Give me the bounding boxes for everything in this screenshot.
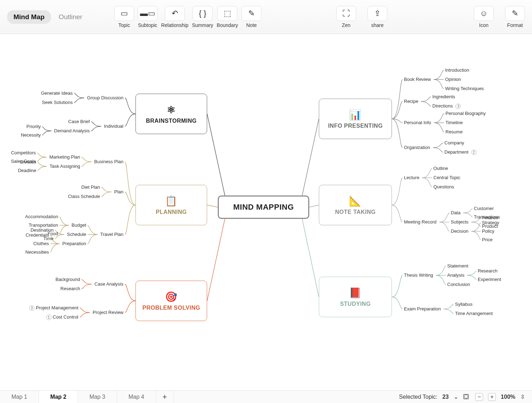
leaf-node[interactable]: Customer [474, 206, 494, 211]
node-brainstorming[interactable]: ⚛BRAINSTORMING [135, 94, 207, 134]
leaf-node[interactable]: Conclusion [447, 282, 470, 287]
sub-node[interactable]: Plan [114, 189, 123, 194]
sub-node[interactable]: Travel Plan [100, 232, 123, 237]
leaf-node[interactable]: Generate Ideas [41, 90, 73, 96]
sub-node[interactable]: Exam Preparation [404, 306, 441, 311]
zoom-level[interactable]: 100% [501, 394, 515, 400]
sub-node[interactable]: Book Review [404, 77, 431, 82]
leaf-node[interactable]: Competitors [11, 150, 36, 155]
zoom-out-button[interactable]: − [475, 393, 483, 401]
leaf-node[interactable]: Preparation [62, 241, 86, 246]
zoom-in-button[interactable]: + [488, 393, 496, 401]
leaf-node[interactable]: Case Brief [68, 119, 90, 124]
leaf-node[interactable]: Opinion [445, 77, 461, 82]
sub-node[interactable]: Recipe [404, 99, 418, 104]
leaf-node[interactable]: Destination [31, 227, 54, 233]
leaf-node[interactable]: Schedule [67, 232, 86, 237]
leaf-node[interactable]: Central Topic [433, 175, 460, 180]
leaf-node[interactable]: Budget [72, 222, 86, 228]
view-outliner[interactable]: Outliner [52, 10, 89, 24]
leaf-node[interactable]: Questions [433, 184, 454, 189]
leaf-node[interactable]: Necessity [21, 132, 41, 138]
leaf-node[interactable]: Finance [482, 215, 498, 220]
sheet-tab[interactable]: Map 1 [0, 391, 39, 403]
topic-button[interactable]: ▭Topic [114, 6, 134, 28]
selected-topic-value[interactable]: 23 [442, 394, 449, 400]
format-button[interactable]: ✎Format [505, 6, 525, 28]
add-tab-button[interactable]: + [156, 391, 174, 403]
share-button[interactable]: ⇪share [367, 6, 387, 28]
leaf-node[interactable]: Introduction [445, 67, 469, 73]
leaf-node[interactable]: Priority [27, 124, 41, 129]
leaf-node[interactable]: Necessities [26, 249, 49, 255]
leaf-node[interactable]: Diet Plan [81, 184, 100, 190]
leaf-node[interactable]: Data [451, 210, 460, 215]
node-info-presenting[interactable]: 📊INFO PRESENTING [319, 99, 392, 139]
leaf-node[interactable]: Credentials [26, 232, 49, 238]
leaf-node[interactable]: Statement [447, 263, 468, 269]
relationship-button[interactable]: ↶Relationship [161, 6, 188, 28]
zen-button[interactable]: ⛶Zen [336, 6, 356, 28]
leaf-node[interactable]: Department 2 [444, 149, 478, 155]
leaf-node[interactable]: Directions 3 [432, 103, 462, 109]
leaf-node[interactable]: Company [444, 140, 464, 145]
leaf-node[interactable]: Syllabus [455, 302, 472, 307]
leaf-node[interactable]: 1Cost Control [45, 314, 78, 320]
leaf-node[interactable]: Background [56, 277, 80, 282]
leaf-node[interactable]: Clothes [33, 241, 49, 246]
leaf-node[interactable]: Research [478, 268, 498, 274]
boundary-button[interactable]: ⬚Boundary [217, 6, 238, 28]
leaf-node[interactable]: Ingredients [432, 94, 455, 99]
mindmap-canvas[interactable]: MIND MAPPING ⚛BRAINSTORMING 📋PLANNING 🎯P… [0, 34, 532, 390]
chevron-down-icon[interactable]: ⌄ [454, 393, 458, 400]
map-overview-icon[interactable]: ⛋ [463, 393, 470, 401]
leaf-node[interactable]: 3Project Management [28, 305, 78, 311]
node-problem-solving[interactable]: 🎯PROBLEM SOLVING [135, 281, 207, 321]
sheet-tab[interactable]: Map 4 [117, 391, 156, 403]
leaf-node[interactable]: Deadline [18, 168, 36, 173]
leaf-node[interactable]: Accommodation [25, 214, 58, 219]
leaf-node[interactable]: Transportation [29, 222, 58, 228]
leaf-node[interactable]: Seek Solutions [42, 100, 73, 105]
view-mindmap[interactable]: Mind Map [7, 10, 51, 24]
leaf-node[interactable]: Subjects [451, 219, 469, 225]
sub-node[interactable]: Personal Info [404, 120, 431, 125]
node-note-taking[interactable]: 📐NOTE TAKING [319, 185, 392, 225]
leaf-node[interactable]: Timeline [445, 120, 463, 125]
leaf-node[interactable]: Policy [482, 228, 494, 234]
summary-button[interactable]: { }Summary [192, 6, 213, 28]
leaf-node[interactable]: Division [20, 159, 36, 165]
zoom-stepper-icon[interactable]: ⇳ [520, 393, 525, 400]
leaf-node[interactable]: Strategy [482, 220, 499, 225]
node-studying[interactable]: 📕STUDYING [319, 277, 392, 317]
leaf-node[interactable]: Time Arrangement [455, 311, 493, 316]
leaf-node[interactable]: Decision [451, 228, 469, 234]
leaf-node[interactable]: Task Assigning [50, 164, 80, 169]
sheet-tab[interactable]: Map 3 [78, 391, 117, 403]
sub-node[interactable]: Thesis Writing [404, 272, 433, 278]
note-button[interactable]: ✎Note [242, 6, 261, 28]
leaf-node[interactable]: Outline [433, 166, 448, 171]
sub-node[interactable]: Project Review [93, 310, 123, 315]
sub-node[interactable]: Group Discussion [87, 95, 123, 100]
leaf-node[interactable]: Class Schedule [68, 194, 100, 199]
sub-node[interactable]: Lecture [404, 175, 419, 180]
leaf-node[interactable]: Writing Techniques [445, 86, 484, 91]
leaf-node[interactable]: Resume [445, 129, 462, 134]
sub-node[interactable]: Meeting Record [404, 219, 437, 225]
sub-node[interactable]: Case Analysis [94, 281, 123, 287]
leaf-node[interactable]: Price [482, 237, 493, 242]
central-topic[interactable]: MIND MAPPING [218, 195, 309, 219]
leaf-node[interactable]: Research [60, 286, 80, 291]
leaf-node[interactable]: Marketing Plan [49, 154, 80, 160]
node-planning[interactable]: 📋PLANNING [135, 185, 207, 225]
leaf-node[interactable]: Demand Analysis [54, 128, 90, 133]
icon-button[interactable]: ☺Icon [474, 6, 494, 28]
leaf-node[interactable]: Experiment [478, 277, 501, 282]
leaf-node[interactable]: Personal Biography [445, 111, 486, 116]
sub-node[interactable]: Individual [104, 123, 123, 129]
leaf-node[interactable]: Analysis [447, 272, 464, 278]
subtopic-button[interactable]: ▬▭Subtopic [138, 6, 157, 28]
sheet-tab[interactable]: Map 2 [39, 391, 78, 403]
sub-node[interactable]: Business Plan [94, 159, 123, 164]
